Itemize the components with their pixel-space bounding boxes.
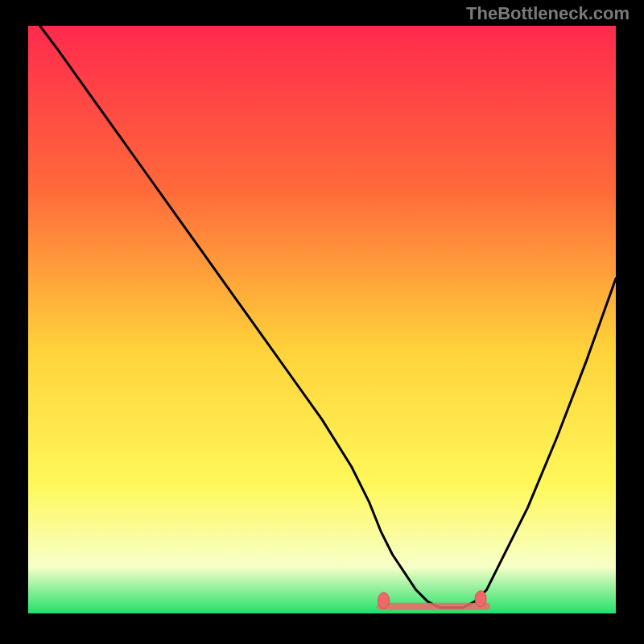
watermark-text: TheBottleneck.com bbox=[466, 3, 630, 24]
bottleneck-chart bbox=[0, 0, 644, 644]
chart-container: TheBottleneck.com bbox=[0, 0, 644, 644]
marker-0 bbox=[378, 592, 390, 609]
marker-1 bbox=[475, 591, 486, 607]
plot-background bbox=[28, 26, 616, 613]
